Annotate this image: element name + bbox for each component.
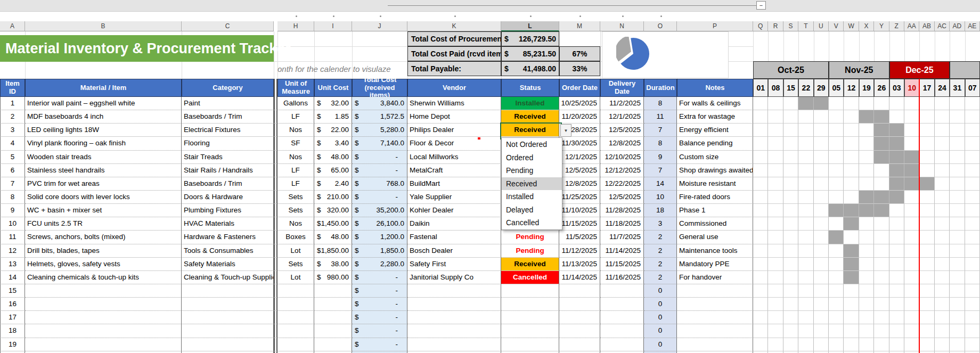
cell-material[interactable]: FCU units 2.5 TR [25,217,182,231]
gantt-cell[interactable] [844,258,859,271]
column-header-B[interactable]: B [25,21,182,31]
cell-order[interactable]: 10/25/2025 [559,97,600,110]
cell-delivery[interactable]: 11/14/2025 [600,244,644,258]
gantt-cell[interactable] [889,298,904,311]
gantt-cell[interactable] [874,311,889,324]
cell-order[interactable] [559,324,600,338]
gantt-cell[interactable] [768,164,783,177]
cell-notes[interactable]: For walls & ceilings [677,97,753,110]
cell-delivery[interactable]: 11/2/2025 [600,97,644,110]
gantt-cell[interactable] [814,137,829,150]
gantt-cell[interactable] [904,191,919,204]
gantt-cell[interactable] [753,151,768,164]
gantt-cell[interactable] [783,324,798,338]
gantt-cell[interactable] [965,191,980,204]
cell-material[interactable]: Vinyl plank flooring – oak finish [25,137,182,150]
cell-status[interactable] [501,284,559,298]
outline-collapse-button[interactable]: − [756,1,766,10]
cell-unit_cost[interactable] [314,284,352,298]
gantt-cell[interactable] [859,311,874,324]
cell-order[interactable]: 11/5/2025 [559,231,600,244]
gantt-cell[interactable] [950,191,965,204]
gantt-cell[interactable] [768,204,783,217]
cell-duration[interactable]: 3 [644,217,677,231]
cell-unit_cost[interactable]: $2.40 [314,177,352,191]
cell-id[interactable]: 13 [0,258,25,271]
gantt-cell[interactable] [783,298,798,311]
gantt-cell[interactable] [874,137,889,150]
dropdown-item-received[interactable]: Received [502,177,562,191]
gantt-cell[interactable] [889,351,904,353]
gantt-cell[interactable] [904,231,919,244]
gantt-cell[interactable] [904,177,919,191]
gantt-cell[interactable] [904,324,919,338]
column-header-AE[interactable]: AE [965,21,980,31]
cell-vendor[interactable] [407,311,501,324]
gantt-cell[interactable] [783,217,798,231]
cell-category[interactable]: Tools & Consumables [182,244,274,258]
cell-total_cost[interactable]: $26,100.0 [352,217,407,231]
gantt-cell[interactable] [783,110,798,124]
gantt-cell[interactable] [829,164,844,177]
cell-status[interactable] [501,324,559,338]
cell-delivery[interactable] [600,338,644,351]
gantt-cell[interactable] [859,271,874,284]
gantt-cell[interactable] [844,351,859,353]
cell-delivery[interactable]: 12/5/2025 [600,124,644,137]
gantt-cell[interactable] [935,231,950,244]
cell-status[interactable] [501,311,559,324]
gantt-cell[interactable] [965,284,980,298]
cell-unit_cost[interactable]: $1,450.00 [314,217,352,231]
cell-unit_cost[interactable] [314,324,352,338]
gantt-cell[interactable] [935,217,950,231]
cell-unit_cost[interactable]: $1,850.00 [314,244,352,258]
cell-vendor[interactable]: Floor & Decor [407,137,501,150]
gantt-cell[interactable] [768,271,783,284]
cell-vendor[interactable]: Local Millworks [407,151,501,164]
gantt-cell[interactable] [844,124,859,137]
gantt-cell[interactable] [798,217,813,231]
cell-status[interactable] [501,298,559,311]
cell-category[interactable]: Stair Rails / Handrails [182,164,274,177]
gantt-cell[interactable] [814,97,829,110]
cell-vendor[interactable] [407,298,501,311]
gantt-cell[interactable] [753,164,768,177]
gantt-cell[interactable] [829,271,844,284]
gantt-cell[interactable] [935,351,950,353]
cell-vendor[interactable]: Philips Dealer [407,124,501,137]
gantt-cell[interactable] [874,351,889,353]
gantt-cell[interactable] [753,298,768,311]
gantt-cell[interactable] [874,324,889,338]
gantt-cell[interactable] [904,164,919,177]
cell-notes[interactable]: Custom size [677,151,753,164]
gantt-cell[interactable] [844,284,859,298]
cell-id[interactable]: 8 [0,191,25,204]
gantt-cell[interactable] [935,137,950,150]
gantt-cell[interactable] [768,258,783,271]
gantt-cell[interactable] [753,258,768,271]
gantt-cell[interactable] [768,231,783,244]
dropdown-item-delayed[interactable]: Delayed [502,203,562,217]
gantt-cell[interactable] [814,177,829,191]
cell-unit[interactable] [277,311,314,324]
gantt-cell[interactable] [965,110,980,124]
gantt-cell[interactable] [965,137,980,150]
cell-id[interactable]: 17 [0,311,25,324]
cell-notes[interactable] [677,311,753,324]
gantt-cell[interactable] [935,164,950,177]
dropdown-item-pending[interactable]: Pending [502,164,562,177]
cell-total_cost[interactable]: $35,200.0 [352,204,407,217]
gantt-cell[interactable] [768,324,783,338]
gantt-cell[interactable] [814,151,829,164]
gantt-cell[interactable] [859,191,874,204]
dropdown-item-installed[interactable]: Installed [502,190,562,203]
cell-notes[interactable]: Extra for wastage [677,110,753,124]
status-dropdown-button[interactable]: ▼ [560,124,571,137]
gantt-cell[interactable] [844,338,859,351]
cell-notes[interactable]: Shop drawings awaited [677,164,753,177]
cell-unit[interactable] [277,338,314,351]
gantt-cell[interactable] [950,124,965,137]
gantt-cell[interactable] [753,311,768,324]
cell-category[interactable] [182,324,274,338]
cell-notes[interactable] [677,284,753,298]
